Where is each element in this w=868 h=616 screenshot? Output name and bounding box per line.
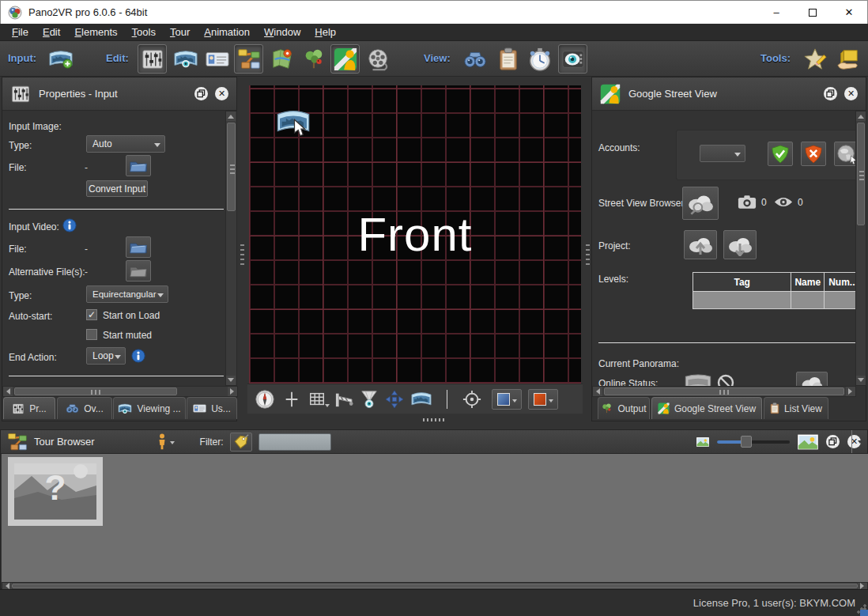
float-panel-button[interactable] [824, 87, 837, 100]
start-muted-checkbox[interactable] [86, 329, 97, 340]
menu-file[interactable]: File [5, 25, 36, 40]
dropdown-arrow-icon[interactable] [512, 399, 517, 405]
scrollbar-thumb[interactable] [857, 123, 865, 225]
thumbnail-size-slider[interactable] [717, 440, 790, 444]
gsv-panel-header[interactable]: Google Street View ✕ [592, 77, 866, 111]
menu-window[interactable]: Window [257, 25, 308, 40]
project-upload-button[interactable] [684, 230, 717, 259]
limits-button[interactable] [333, 388, 355, 410]
float-panel-button[interactable] [826, 435, 840, 448]
tab-user-data[interactable]: Us... [187, 397, 237, 419]
list-view-button[interactable] [493, 44, 523, 74]
scroll-up-button[interactable] [226, 111, 236, 121]
horizontal-splitter-handle[interactable] [423, 418, 447, 421]
view-cone-button[interactable] [358, 388, 380, 410]
close-button[interactable]: ✕ [831, 1, 867, 24]
street-view-browser-button[interactable] [682, 187, 719, 220]
video-type-dropdown[interactable]: Equirectangular [86, 285, 168, 303]
animation-editor-button[interactable] [364, 44, 393, 74]
viewing-parameters-button[interactable] [171, 44, 200, 74]
time-button[interactable] [525, 44, 554, 74]
close-panel-button[interactable]: ✕ [844, 87, 858, 100]
browse-alternative-files-button[interactable] [126, 260, 151, 282]
properties-panel-header[interactable]: Properties - Input ✕ [2, 77, 236, 111]
input-type-dropdown[interactable]: Auto [86, 135, 165, 153]
menu-tools[interactable]: Tools [125, 25, 163, 40]
menu-elements[interactable]: Elements [67, 25, 124, 40]
grid-color-button[interactable] [492, 389, 522, 410]
tab-list-view[interactable]: List View [764, 397, 828, 419]
output-button[interactable] [299, 44, 328, 74]
levels-col-tag[interactable]: Tag [693, 273, 791, 292]
package-tool-button[interactable] [833, 44, 862, 74]
levels-table[interactable]: Tag Name Num... [693, 272, 862, 309]
vertical-splitter-handle[interactable] [586, 241, 590, 265]
patch-tool-button[interactable] [800, 44, 829, 74]
menu-help[interactable]: Help [308, 25, 343, 40]
target-button[interactable] [461, 388, 483, 410]
project-download-button[interactable] [723, 230, 757, 259]
scroll-left-button[interactable] [593, 387, 602, 396]
add-input-panorama-button[interactable] [46, 44, 75, 74]
info-icon[interactable] [131, 349, 145, 363]
tour-map-button[interactable] [267, 44, 296, 74]
scroll-up-button[interactable] [856, 111, 866, 121]
vertical-splitter-handle[interactable] [240, 241, 244, 265]
user-data-button[interactable] [202, 44, 232, 74]
convert-input-button[interactable]: Convert Input [86, 180, 148, 197]
scrollbar-thumb[interactable] [604, 387, 844, 395]
info-icon[interactable] [62, 218, 77, 232]
properties-panel-button[interactable] [138, 44, 167, 74]
dropdown-arrow-icon[interactable] [325, 404, 330, 410]
scroll-left-button[interactable] [2, 583, 12, 589]
scrollbar-thumb[interactable] [12, 584, 858, 588]
menu-tour[interactable]: Tour [163, 25, 197, 40]
properties-vertical-scrollbar[interactable] [225, 111, 237, 386]
scroll-down-button[interactable] [856, 376, 866, 385]
scroll-right-button[interactable] [846, 387, 855, 396]
scroll-left-button[interactable] [3, 387, 13, 396]
scroll-down-button[interactable] [226, 376, 236, 385]
scrollbar-thumb[interactable] [227, 123, 236, 211]
browse-input-file-button[interactable] [126, 155, 151, 176]
scroll-right-button[interactable] [228, 387, 237, 396]
filter-tag-button[interactable] [230, 433, 252, 452]
tab-viewing-parameters[interactable]: Viewing ... [113, 397, 186, 419]
gsv-vertical-scrollbar[interactable] [855, 111, 866, 386]
grid-toggle-button[interactable] [306, 388, 328, 410]
account-dropdown[interactable] [700, 145, 745, 162]
tab-output[interactable]: Output [598, 397, 650, 419]
compass-button[interactable] [254, 388, 276, 410]
panorama-thumbnail[interactable]: ? [8, 457, 103, 526]
google-street-view-button[interactable] [330, 44, 360, 74]
gsv-horizontal-scrollbar[interactable] [592, 386, 856, 397]
pegman-dropdown[interactable] [157, 433, 175, 450]
minimize-button[interactable]: – [758, 1, 794, 24]
tour-browser-header[interactable]: Tour Browser Filter: ✕ [1, 430, 867, 454]
panorama-view-button[interactable] [410, 388, 432, 410]
properties-horizontal-scrollbar[interactable] [2, 386, 238, 397]
tab-overview[interactable]: Ov... [57, 397, 112, 419]
tab-google-street-view[interactable]: Google Street View [651, 397, 762, 419]
background-color-button[interactable] [528, 389, 558, 410]
tour-browser-content[interactable]: ? [2, 454, 868, 582]
levels-empty-row[interactable] [693, 292, 862, 309]
levels-col-name[interactable]: Name [791, 273, 825, 292]
float-panel-button[interactable] [194, 87, 208, 100]
slider-handle[interactable] [741, 436, 752, 448]
end-action-dropdown[interactable]: Loop [86, 347, 126, 365]
close-panel-button[interactable]: ✕ [215, 87, 228, 100]
account-remove-button[interactable] [801, 142, 826, 166]
tab-properties[interactable]: Pr... [3, 397, 55, 419]
menu-animation[interactable]: Animation [197, 25, 257, 40]
overview-button[interactable] [460, 44, 489, 74]
menu-edit[interactable]: Edit [36, 25, 67, 40]
tour-browser-button[interactable] [234, 44, 263, 74]
scrollbar-thumb[interactable] [14, 387, 177, 395]
center-view-button[interactable] [281, 388, 303, 410]
browse-video-file-button[interactable] [126, 236, 151, 258]
filter-combobox[interactable] [259, 433, 331, 451]
scroll-right-button[interactable] [858, 583, 867, 589]
viewer-button[interactable] [558, 44, 587, 74]
dropdown-arrow-icon[interactable] [549, 399, 553, 405]
